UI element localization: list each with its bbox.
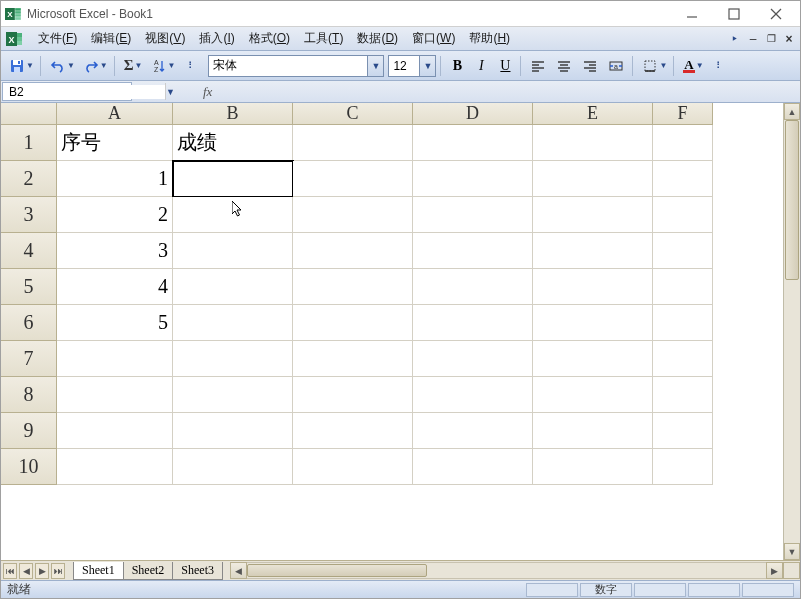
- hscroll-track[interactable]: [247, 562, 766, 579]
- col-header-A[interactable]: A: [57, 103, 173, 125]
- cell-D9[interactable]: [413, 413, 533, 449]
- menu-t[interactable]: 工具(T): [297, 27, 350, 50]
- cell-F3[interactable]: [653, 197, 713, 233]
- cell-B5[interactable]: [173, 269, 293, 305]
- cell-B4[interactable]: [173, 233, 293, 269]
- cell-E8[interactable]: [533, 377, 653, 413]
- undo-button[interactable]: ▼: [46, 55, 77, 77]
- cell-D7[interactable]: [413, 341, 533, 377]
- close-button[interactable]: [756, 3, 796, 25]
- scroll-down-arrow[interactable]: ▼: [784, 543, 800, 560]
- cell-F10[interactable]: [653, 449, 713, 485]
- cell-B2[interactable]: [173, 161, 293, 197]
- redo-button[interactable]: ▼: [79, 55, 110, 77]
- menu-d[interactable]: 数据(D): [350, 27, 405, 50]
- doc-icon[interactable]: X: [5, 30, 23, 48]
- cell-C3[interactable]: [293, 197, 413, 233]
- underline-button[interactable]: U: [494, 55, 516, 77]
- merge-center-button[interactable]: a: [604, 55, 628, 77]
- tab-nav-prev[interactable]: ◀: [19, 563, 33, 579]
- cell-E10[interactable]: [533, 449, 653, 485]
- help-prompt-icon[interactable]: ‣: [727, 32, 742, 46]
- name-box[interactable]: ▼: [2, 82, 132, 101]
- font-size-dropdown-arrow[interactable]: ▼: [419, 56, 435, 76]
- tab-nav-last[interactable]: ⏭: [51, 563, 65, 579]
- cell-C9[interactable]: [293, 413, 413, 449]
- cell-C10[interactable]: [293, 449, 413, 485]
- toolbar-options-button[interactable]: ⠇: [180, 55, 202, 77]
- cell-A9[interactable]: [57, 413, 173, 449]
- cell-A6[interactable]: 5: [57, 305, 173, 341]
- row-header-5[interactable]: 5: [1, 269, 57, 305]
- sort-button[interactable]: AZ ▼: [147, 55, 178, 77]
- cell-D1[interactable]: [413, 125, 533, 161]
- cell-F4[interactable]: [653, 233, 713, 269]
- font-name-combo[interactable]: ▼: [208, 55, 384, 77]
- maximize-button[interactable]: [714, 3, 754, 25]
- cell-C1[interactable]: [293, 125, 413, 161]
- cell-A8[interactable]: [57, 377, 173, 413]
- cell-E4[interactable]: [533, 233, 653, 269]
- cell-B7[interactable]: [173, 341, 293, 377]
- row-header-10[interactable]: 10: [1, 449, 57, 485]
- cell-E9[interactable]: [533, 413, 653, 449]
- sheet-tab-sheet1[interactable]: Sheet1: [73, 562, 124, 580]
- cell-E1[interactable]: [533, 125, 653, 161]
- cell-A7[interactable]: [57, 341, 173, 377]
- cell-F2[interactable]: [653, 161, 713, 197]
- cell-B8[interactable]: [173, 377, 293, 413]
- cell-D10[interactable]: [413, 449, 533, 485]
- font-name-input[interactable]: [209, 56, 367, 76]
- cell-B3[interactable]: [173, 197, 293, 233]
- cell-C6[interactable]: [293, 305, 413, 341]
- align-right-button[interactable]: [578, 55, 602, 77]
- cell-F7[interactable]: [653, 341, 713, 377]
- cell-A5[interactable]: 4: [57, 269, 173, 305]
- menu-v[interactable]: 视图(V): [138, 27, 192, 50]
- scroll-left-arrow[interactable]: ◀: [230, 562, 247, 579]
- align-center-button[interactable]: [552, 55, 576, 77]
- fx-icon[interactable]: fx: [203, 84, 212, 100]
- cell-C5[interactable]: [293, 269, 413, 305]
- cell-B10[interactable]: [173, 449, 293, 485]
- cell-C2[interactable]: [293, 161, 413, 197]
- bold-button[interactable]: B: [446, 55, 468, 77]
- tab-nav-first[interactable]: ⏮: [3, 563, 17, 579]
- row-header-4[interactable]: 4: [1, 233, 57, 269]
- sheet-tab-sheet3[interactable]: Sheet3: [172, 562, 223, 580]
- col-header-F[interactable]: F: [653, 103, 713, 125]
- cell-D5[interactable]: [413, 269, 533, 305]
- cell-F8[interactable]: [653, 377, 713, 413]
- cell-B6[interactable]: [173, 305, 293, 341]
- menu-w[interactable]: 窗口(W): [405, 27, 462, 50]
- cell-B1[interactable]: 成绩: [173, 125, 293, 161]
- mdi-close-button[interactable]: ×: [782, 32, 796, 46]
- col-header-B[interactable]: B: [173, 103, 293, 125]
- col-header-D[interactable]: D: [413, 103, 533, 125]
- font-size-combo[interactable]: ▼: [388, 55, 436, 77]
- cell-D3[interactable]: [413, 197, 533, 233]
- cell-A2[interactable]: 1: [57, 161, 173, 197]
- cell-F6[interactable]: [653, 305, 713, 341]
- toolbar-options-button-2[interactable]: ⠇: [709, 55, 731, 77]
- cell-E2[interactable]: [533, 161, 653, 197]
- cell-A1[interactable]: 序号: [57, 125, 173, 161]
- vertical-scrollbar[interactable]: ▲ ▼: [783, 103, 800, 560]
- tab-nav-next[interactable]: ▶: [35, 563, 49, 579]
- hscroll-thumb[interactable]: [247, 564, 427, 577]
- cells-area[interactable]: 1序号成绩213243546578910: [1, 125, 783, 560]
- cell-D2[interactable]: [413, 161, 533, 197]
- row-header-1[interactable]: 1: [1, 125, 57, 161]
- italic-button[interactable]: I: [470, 55, 492, 77]
- row-header-6[interactable]: 6: [1, 305, 57, 341]
- cell-E7[interactable]: [533, 341, 653, 377]
- minimize-button[interactable]: [672, 3, 712, 25]
- cell-C4[interactable]: [293, 233, 413, 269]
- col-header-E[interactable]: E: [533, 103, 653, 125]
- cell-C8[interactable]: [293, 377, 413, 413]
- cell-E6[interactable]: [533, 305, 653, 341]
- cell-E3[interactable]: [533, 197, 653, 233]
- cell-D8[interactable]: [413, 377, 533, 413]
- vscroll-thumb[interactable]: [785, 120, 799, 280]
- horizontal-scrollbar[interactable]: ◀ ▶: [230, 562, 783, 579]
